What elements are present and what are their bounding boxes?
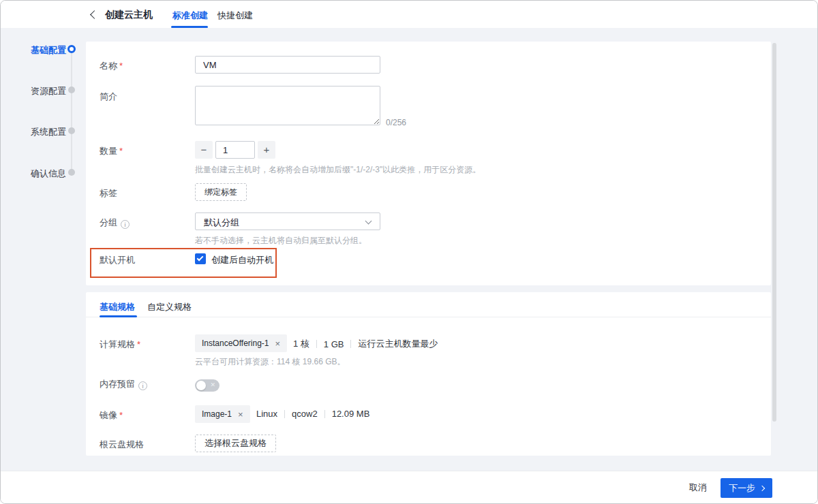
check-icon: [197, 255, 204, 262]
create-vm-page: 创建云主机 标准创建 快捷创建 基础配置 资源配置 系统配置 确认信息 名称* …: [0, 0, 818, 504]
tab-standard-create[interactable]: 标准创建: [172, 10, 208, 22]
cancel-button[interactable]: 取消: [689, 482, 707, 494]
info-icon[interactable]: i: [138, 381, 147, 390]
compute-offering-details: 1 核 1 GB 运行云主机数量最少: [293, 338, 438, 350]
tab-basic-spec[interactable]: 基础规格: [100, 301, 135, 313]
chevron-down-icon: [365, 218, 372, 225]
step-dot: [68, 169, 75, 176]
intro-label: 简介: [100, 91, 117, 103]
separator: [324, 410, 325, 418]
step-connector-line: [71, 49, 72, 172]
spec-card: 基础规格 自定义规格 计算规格* InstanceOffering-1 × 1 …: [86, 292, 771, 456]
name-label: 名称*: [100, 60, 123, 72]
step-dot: [68, 127, 75, 134]
active-spec-tab-underline: [100, 315, 137, 317]
step-confirm-info[interactable]: 确认信息: [21, 168, 66, 180]
char-counter: 0/256: [386, 118, 406, 127]
quantity-help-text: 批量创建云主机时，名称将会自动增加后缀"-1/-2/-3"以此类推，用于区分资源…: [195, 164, 481, 176]
step-system-config[interactable]: 系统配置: [21, 126, 66, 138]
chip-close-icon[interactable]: ×: [238, 410, 243, 419]
tags-label: 标签: [100, 187, 117, 200]
group-label: 分组i: [100, 217, 130, 229]
top-bar: 创建云主机 标准创建 快捷创建: [1, 1, 817, 28]
image-chip: Image-1 ×: [195, 405, 250, 423]
toggle-off-icon: ✕: [210, 381, 215, 388]
chip-close-icon[interactable]: ×: [275, 339, 281, 348]
bind-tags-button[interactable]: 绑定标签: [195, 183, 247, 201]
scrollbar[interactable]: [772, 43, 776, 422]
required-mark: *: [119, 146, 123, 156]
separator: [316, 340, 317, 348]
compute-offering-label: 计算规格*: [100, 338, 140, 351]
root-disk-label: 根云盘规格: [100, 439, 144, 451]
footer-bar: 取消 下一步: [1, 471, 817, 504]
group-select-value: 默认分组: [204, 217, 239, 229]
name-input[interactable]: [195, 56, 380, 74]
chevron-right-icon: [759, 485, 765, 490]
step-basic-config[interactable]: 基础配置: [21, 44, 66, 57]
separator: [284, 410, 285, 418]
intro-textarea[interactable]: [195, 86, 380, 125]
info-icon[interactable]: i: [121, 220, 130, 229]
step-dot-active: [67, 45, 76, 53]
image-details: Linux qcow2 12.09 MB: [256, 409, 369, 419]
active-tab-underline: [171, 26, 208, 28]
step-resource-config[interactable]: 资源配置: [21, 85, 66, 97]
compute-resource-help-text: 云平台可用计算资源：114 核 19.66 GB。: [195, 356, 346, 368]
quantity-plus-button[interactable]: +: [258, 141, 275, 159]
next-step-button[interactable]: 下一步: [721, 478, 772, 498]
quantity-input[interactable]: [215, 141, 255, 159]
tab-custom-spec[interactable]: 自定义规格: [147, 301, 192, 313]
auto-poweron-checkbox-label[interactable]: 创建后自动开机: [211, 254, 273, 266]
group-select[interactable]: 默认分组: [195, 212, 380, 230]
next-step-label: 下一步: [729, 482, 755, 494]
required-mark: *: [137, 339, 140, 349]
compute-offering-chip: InstanceOffering-1 ×: [195, 334, 287, 352]
toggle-knob: [196, 381, 206, 390]
default-poweron-label: 默认开机: [100, 254, 135, 266]
required-mark: *: [119, 61, 123, 71]
auto-poweron-checkbox[interactable]: [195, 253, 206, 264]
image-label: 镜像*: [100, 409, 123, 422]
separator: [350, 340, 351, 348]
tabs-divider: [86, 317, 771, 317]
tab-quick-create[interactable]: 快捷创建: [217, 10, 253, 22]
quantity-label: 数量*: [100, 145, 123, 157]
basic-config-card: 名称* 简介 0/256 数量* − + 批量创建云主机时，名称将会自动增加后缀…: [86, 42, 771, 285]
memory-reserve-label: 内存预留i: [100, 378, 147, 390]
page-title: 创建云主机: [105, 9, 153, 21]
group-help-text: 若不手动选择，云主机将自动归属至默认分组。: [195, 235, 367, 247]
required-mark: *: [119, 410, 123, 420]
memory-reserve-toggle[interactable]: ✕: [195, 379, 219, 392]
back-icon[interactable]: [90, 10, 99, 19]
step-dot: [68, 86, 75, 93]
select-root-disk-button[interactable]: 选择根云盘规格: [195, 435, 276, 452]
quantity-minus-button[interactable]: −: [195, 141, 213, 159]
